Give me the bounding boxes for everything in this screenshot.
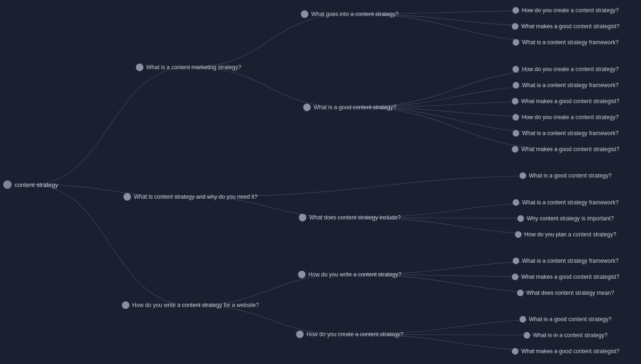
mind-map-node: What goes into a content strategy? [301,10,398,18]
mind-map-node: What is a content strategy framework? [513,130,619,137]
mind-map-node: How do you create a content strategy? [512,7,618,14]
node-circle [524,332,530,339]
node-label: How do you plan a content strategy? [525,231,616,238]
node-circle [513,82,519,89]
node-label: How do you write a content strategy for … [132,302,259,308]
node-label: What does content strategy include? [309,214,401,221]
node-label: How do you write a content strategy? [308,271,401,278]
node-label: How do you create a content strategy? [522,66,618,73]
node-circle [512,146,518,153]
node-circle [513,258,519,264]
node-label: content strategy [15,181,58,188]
node-circle [512,274,518,280]
node-circle [513,39,519,46]
node-circle [517,290,524,296]
mind-map-node: What is a good content strategy? [519,316,611,323]
mind-map-node: What is a good content strategy? [519,172,611,179]
node-circle [515,231,522,238]
node-label: What is a good content strategy? [529,316,611,323]
mind-map-node: How do you plan a content strategy? [515,231,616,238]
node-label: What makes a good content strategist? [521,274,619,280]
mind-map-node: What is a content strategy framework? [513,82,619,89]
node-label: What makes a good content strategist? [521,146,619,153]
mind-map-node: Why content strategy is important? [518,215,614,222]
node-label: What is a content strategy framework? [522,199,619,206]
node-label: What does content strategy mean? [526,290,614,296]
node-label: What is a content marketing strategy? [146,64,241,71]
node-circle [512,23,518,30]
mind-map-node: What makes a good content strategist? [512,146,619,153]
node-label: What is content strategy and why do you … [134,194,257,200]
node-circle [122,301,130,309]
mind-map-node: What is a content strategy framework? [513,199,619,206]
mind-map-node: What is in a content strategy? [524,332,608,339]
node-circle [512,98,518,105]
node-circle [512,7,519,14]
node-circle [513,199,519,206]
node-circle [296,331,304,338]
node-circle [136,64,143,71]
node-circle [512,114,519,121]
mind-map-node: content strategy [3,180,58,189]
mind-map-node: What does content strategy mean? [517,290,614,296]
mind-map-node: What makes a good content strategist? [512,23,619,30]
mind-map-node: What does content strategy include? [299,214,401,221]
node-label: What is in a content strategy? [533,332,608,339]
node-circle [518,215,524,222]
node-label: What makes a good content strategist? [521,98,619,105]
node-label: What is a content strategy framework? [522,39,619,46]
node-circle [512,66,519,73]
node-label: How do you create a content strategy? [522,7,618,14]
node-label: How do you create a content strategy? [306,331,403,338]
node-label: What is a good content strategy? [529,172,611,179]
node-label: What is a content strategy framework? [522,82,619,89]
node-label: What goes into a content strategy? [311,11,398,17]
mind-map-node: How do you create a content strategy? [296,331,403,338]
node-circle [519,316,526,323]
node-circle [299,214,306,221]
connections-svg [0,0,641,364]
node-circle [123,193,131,201]
node-label: Why content strategy is important? [527,215,614,222]
mind-map-node: What is a good content strategy? [303,104,396,111]
mind-map-node: What makes a good content strategist? [512,274,619,280]
node-label: What makes a good content strategist? [521,23,619,30]
node-circle [519,172,526,179]
mind-map-node: How do you create a content strategy? [512,114,618,121]
node-label: How do you create a content strategy? [522,114,618,121]
mind-map-node: What is content strategy and why do you … [123,193,257,201]
node-circle [298,271,305,278]
mind-map-node: What makes a good content strategist? [512,348,619,355]
mind-map: content strategyWhat is a content market… [0,0,641,364]
node-circle [3,180,12,189]
node-circle [303,104,311,111]
node-label: What makes a good content strategist? [521,348,619,355]
mind-map-node: What is a content strategy framework? [513,258,619,264]
node-circle [513,130,519,137]
node-circle [512,348,518,355]
mind-map-node: How do you write a content strategy for … [122,301,259,309]
mind-map-node: What is a content strategy framework? [513,39,619,46]
mind-map-node: What is a content marketing strategy? [136,64,241,71]
node-label: What is a good content strategy? [313,104,396,111]
node-label: What is a content strategy framework? [522,258,619,264]
node-circle [301,10,308,18]
mind-map-node: How do you write a content strategy? [298,271,401,278]
mind-map-node: What makes a good content strategist? [512,98,619,105]
node-label: What is a content strategy framework? [522,130,619,137]
mind-map-node: How do you create a content strategy? [512,66,618,73]
